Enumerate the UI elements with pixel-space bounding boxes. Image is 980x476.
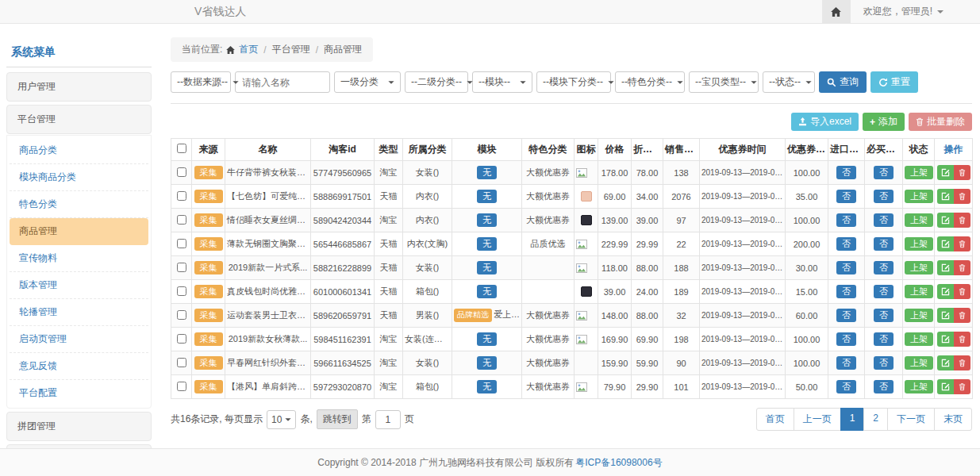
edit-button[interactable] bbox=[937, 284, 954, 299]
import-no-badge[interactable]: 否 bbox=[836, 166, 856, 180]
sidebar-item-特色分类[interactable]: 特色分类 bbox=[10, 191, 148, 218]
sidebar-item-宣传物料[interactable]: 宣传物料 bbox=[10, 245, 148, 272]
delete-button[interactable] bbox=[954, 165, 970, 180]
delete-button[interactable] bbox=[954, 189, 970, 204]
import-no-badge[interactable]: 否 bbox=[836, 190, 856, 204]
must-buy-no-badge[interactable]: 否 bbox=[874, 213, 894, 228]
sidebar-group-用户管理[interactable]: 用户管理 bbox=[6, 72, 152, 102]
status-badge[interactable]: 上架 bbox=[905, 356, 933, 370]
query-button[interactable]: 查询 bbox=[819, 71, 867, 93]
page-button-下一页[interactable]: 下一页 bbox=[887, 408, 935, 431]
batch-delete-button[interactable]: 批量删除 bbox=[909, 113, 972, 131]
breadcrumb-home-link[interactable]: 首页 bbox=[239, 43, 258, 56]
row-checkbox[interactable] bbox=[177, 334, 186, 344]
edit-button[interactable] bbox=[937, 213, 954, 228]
page-button-首页[interactable]: 首页 bbox=[756, 408, 794, 431]
sidebar-item-商品分类[interactable]: 商品分类 bbox=[10, 137, 148, 164]
status-badge[interactable]: 上架 bbox=[905, 332, 933, 347]
jump-button[interactable]: 跳转到 bbox=[317, 409, 358, 429]
must-buy-no-badge[interactable]: 否 bbox=[874, 166, 894, 180]
delete-button[interactable] bbox=[954, 236, 970, 251]
status-badge[interactable]: 上架 bbox=[905, 309, 933, 323]
filter-select---二级分类--[interactable]: --二级分类-- bbox=[405, 71, 468, 93]
edit-button[interactable] bbox=[937, 355, 954, 370]
sidebar-group-平台管理[interactable]: 平台管理 bbox=[6, 105, 152, 134]
icp-link[interactable]: 粤ICP备16098006号 bbox=[575, 456, 662, 470]
sidebar-item-意见反馈[interactable]: 意见反馈 bbox=[10, 353, 148, 380]
page-button-2[interactable]: 2 bbox=[863, 408, 888, 431]
import-no-badge[interactable]: 否 bbox=[836, 213, 856, 228]
row-checkbox[interactable] bbox=[177, 239, 186, 248]
sidebar-item-版本管理[interactable]: 版本管理 bbox=[10, 272, 148, 299]
status-badge[interactable]: 上架 bbox=[905, 237, 933, 251]
sidebar-item-模块商品分类[interactable]: 模块商品分类 bbox=[10, 164, 148, 191]
must-buy-no-badge[interactable]: 否 bbox=[874, 356, 894, 370]
import-no-badge[interactable]: 否 bbox=[836, 309, 856, 323]
must-buy-no-badge[interactable]: 否 bbox=[874, 285, 894, 299]
delete-button[interactable] bbox=[954, 213, 970, 228]
filter-select---状态--[interactable]: --状态-- bbox=[763, 71, 815, 93]
edit-button[interactable] bbox=[937, 189, 954, 204]
import-no-badge[interactable]: 否 bbox=[836, 237, 856, 251]
import-no-badge[interactable]: 否 bbox=[836, 332, 856, 347]
edit-button[interactable] bbox=[937, 260, 954, 275]
filter-select---宝贝类型--[interactable]: --宝贝类型-- bbox=[689, 71, 759, 93]
status-badge[interactable]: 上架 bbox=[905, 261, 933, 275]
must-buy-no-badge[interactable]: 否 bbox=[874, 332, 894, 347]
must-buy-no-badge[interactable]: 否 bbox=[874, 190, 894, 204]
row-checkbox[interactable] bbox=[177, 191, 186, 201]
edit-button[interactable] bbox=[937, 308, 954, 323]
filter-select---特色分类--[interactable]: --特色分类-- bbox=[615, 71, 685, 93]
delete-button[interactable] bbox=[954, 332, 970, 347]
must-buy-no-badge[interactable]: 否 bbox=[874, 309, 894, 323]
filter-select---数据来源--[interactable]: --数据来源-- bbox=[171, 71, 231, 93]
row-checkbox[interactable] bbox=[177, 286, 186, 296]
filter-select---模块下分类--[interactable]: --模块下分类-- bbox=[536, 71, 611, 93]
sidebar-group-拼团管理[interactable]: 拼团管理 bbox=[6, 412, 152, 441]
home-button[interactable] bbox=[822, 0, 851, 23]
import-no-badge[interactable]: 否 bbox=[836, 380, 856, 394]
edit-button[interactable] bbox=[937, 332, 954, 347]
import-no-badge[interactable]: 否 bbox=[836, 285, 856, 299]
sidebar-item-商品管理[interactable]: 商品管理 bbox=[10, 218, 148, 245]
sidebar-item-平台配置[interactable]: 平台配置 bbox=[10, 380, 148, 406]
reset-button[interactable]: 重置 bbox=[870, 71, 918, 93]
row-checkbox[interactable] bbox=[177, 310, 186, 320]
page-button-上一页[interactable]: 上一页 bbox=[794, 408, 841, 431]
edit-button[interactable] bbox=[937, 236, 954, 251]
user-menu[interactable]: 欢迎您，管理员! bbox=[851, 0, 980, 23]
sidebar-item-启动页管理[interactable]: 启动页管理 bbox=[10, 326, 148, 353]
delete-button[interactable] bbox=[954, 355, 970, 370]
must-buy-no-badge[interactable]: 否 bbox=[874, 380, 894, 394]
page-button-末页[interactable]: 末页 bbox=[934, 408, 972, 431]
status-badge[interactable]: 上架 bbox=[905, 213, 933, 228]
delete-button[interactable] bbox=[954, 308, 970, 323]
sidebar-item-轮播管理[interactable]: 轮播管理 bbox=[10, 299, 148, 326]
must-buy-no-badge[interactable]: 否 bbox=[874, 237, 894, 251]
delete-button[interactable] bbox=[954, 284, 970, 299]
per-page-select[interactable]: 10 bbox=[267, 410, 296, 429]
status-badge[interactable]: 上架 bbox=[905, 166, 933, 180]
must-buy-no-badge[interactable]: 否 bbox=[874, 261, 894, 275]
row-checkbox[interactable] bbox=[177, 263, 186, 272]
row-checkbox[interactable] bbox=[177, 382, 186, 391]
row-checkbox[interactable] bbox=[177, 215, 186, 225]
edit-button[interactable] bbox=[937, 379, 954, 394]
delete-button[interactable] bbox=[954, 379, 970, 394]
add-button[interactable]: + 添加 bbox=[863, 113, 905, 131]
status-badge[interactable]: 上架 bbox=[905, 380, 933, 394]
page-button-1[interactable]: 1 bbox=[840, 408, 865, 431]
row-checkbox[interactable] bbox=[177, 358, 186, 367]
import-excel-button[interactable]: 导入excel bbox=[791, 113, 859, 131]
page-number-input[interactable] bbox=[375, 410, 401, 429]
delete-button[interactable] bbox=[954, 260, 970, 275]
select-all-checkbox[interactable] bbox=[177, 144, 186, 153]
status-badge[interactable]: 上架 bbox=[905, 190, 933, 204]
import-no-badge[interactable]: 否 bbox=[836, 356, 856, 370]
search-input[interactable] bbox=[235, 71, 330, 93]
edit-button[interactable] bbox=[937, 165, 954, 180]
status-badge[interactable]: 上架 bbox=[905, 285, 933, 299]
filter-select---模块--[interactable]: --模块-- bbox=[472, 71, 532, 93]
filter-select-一级分类[interactable]: 一级分类 bbox=[334, 71, 401, 93]
row-checkbox[interactable] bbox=[177, 167, 186, 177]
